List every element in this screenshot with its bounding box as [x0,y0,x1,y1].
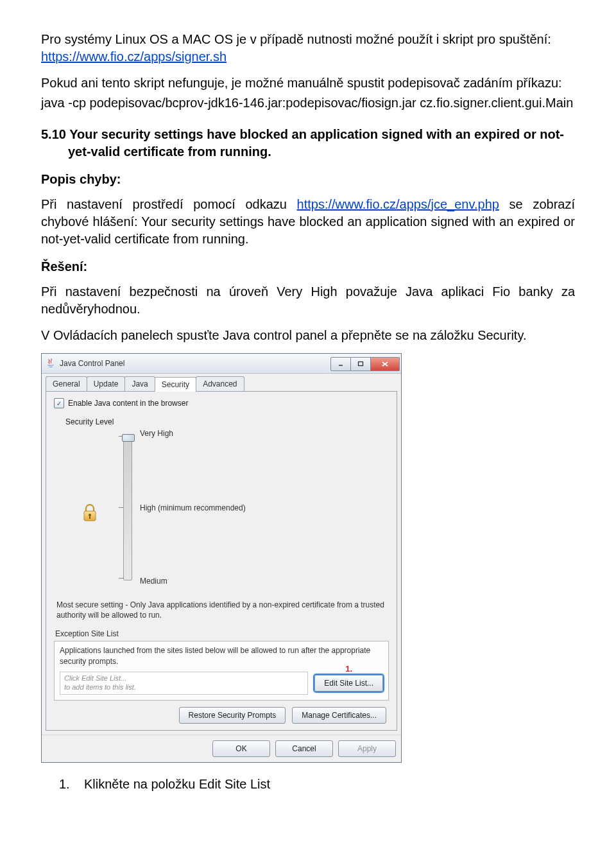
close-button[interactable] [371,357,400,371]
tab-general[interactable]: General [46,376,87,391]
window-titlebar: Java Control Panel [42,354,401,374]
reseni-paragraph-2: V Ovládacích panelech spusťte Java contr… [41,327,575,344]
section-heading: 5.10 Your security settings have blocked… [41,126,575,161]
enable-java-checkbox[interactable]: ✓ [54,398,64,408]
svg-rect-1 [359,362,363,366]
section-number: 5.10 [41,127,66,141]
intro-text-2: Pokud ani tento skript nefunguje, je mož… [41,76,562,90]
maximize-button[interactable] [351,357,371,371]
svg-rect-6 [89,516,90,519]
level-medium: Medium [140,577,167,586]
minimize-button[interactable] [330,357,351,371]
window-title: Java Control Panel [60,359,330,368]
cancel-button[interactable]: Cancel [275,740,333,757]
enable-java-row: ✓ Enable Java content in the browser [54,398,389,408]
tab-bar: General Update Java Security Advanced [42,374,401,391]
esl-placeholder-line-1: Click Edit Site List... [64,674,304,683]
level-very-high: Very High [140,429,173,438]
restore-security-prompts-button[interactable]: Restore Security Prompts [179,707,286,724]
edit-site-list-button[interactable]: 1. Edit Site List... [314,675,383,692]
java-command: java -cp podepisovac/bcprov-jdk16-146.ja… [41,94,575,112]
step-1-number: 1. [59,777,70,791]
tab-java[interactable]: Java [124,376,155,391]
exception-site-list-field[interactable]: Click Edit Site List... to add items to … [60,672,308,695]
signer-sh-link[interactable]: https://www.fio.cz/apps/signer.sh [41,49,227,64]
level-high: High (minimum recommended) [140,503,246,512]
step-list-item-1: 1. Klikněte na položku Edit Site List [59,777,575,792]
tab-advanced[interactable]: Advanced [196,376,244,391]
manage-certificates-button[interactable]: Manage Certificates... [292,707,386,724]
exception-site-list-desc: Applications launched from the sites lis… [60,645,383,666]
jce-env-link[interactable]: https://www.fio.cz/apps/jce_env.php [297,197,499,211]
security-panel: ✓ Enable Java content in the browser Sec… [46,391,397,731]
popis-paragraph: Při nastavení prostředí pomocí odkazu ht… [41,196,575,248]
dialog-footer: OK Cancel Apply [42,735,401,762]
security-buttons-row: Restore Security Prompts Manage Certific… [56,707,386,724]
slider-thumb[interactable] [122,434,135,442]
tab-security[interactable]: Security [155,377,196,392]
slider-labels: Very High High (minimum recommended) Med… [140,430,268,584]
ok-button[interactable]: OK [212,740,270,757]
lock-icon [81,502,99,524]
section-title: Your security settings have blocked an a… [68,127,564,159]
edit-site-list-button-label: Edit Site List... [324,679,373,688]
exception-site-list-box: Applications launched from the sites lis… [54,641,389,700]
step-1-text: Klikněte na položku Edit Site List [84,777,270,791]
security-level-slider[interactable]: Very High High (minimum recommended) Med… [104,430,268,584]
popis-text-a: Při nastavení prostředí pomocí odkazu [41,197,297,211]
security-description: Most secure setting - Only Java applicat… [56,600,386,620]
popis-chyby-label: Popis chyby: [41,172,575,187]
security-level-label: Security Level [65,417,389,426]
apply-button[interactable]: Apply [338,740,396,757]
security-level-section: Security Level [68,417,389,584]
exception-site-list-label: Exception Site List [55,629,389,638]
step-1-callout: 1. [345,664,352,674]
tab-update[interactable]: Update [87,376,126,391]
java-control-panel-window: Java Control Panel General Update Java S… [41,353,402,763]
esl-placeholder-line-2: to add items to this list. [64,683,304,692]
reseni-label: Řešení: [41,259,575,274]
intro-paragraph-2: Pokud ani tento skript nefunguje, je mož… [41,74,575,92]
intro-text-1: Pro systémy Linux OS a MAC OS je v přípa… [41,32,551,46]
intro-paragraph-1: Pro systémy Linux OS a MAC OS je v přípa… [41,31,575,65]
java-icon [46,358,56,369]
reseni-paragraph-1: Při nastavení bezpečnosti na úroveň Very… [41,283,575,318]
enable-java-label: Enable Java content in the browser [68,399,188,408]
window-buttons [330,357,400,370]
